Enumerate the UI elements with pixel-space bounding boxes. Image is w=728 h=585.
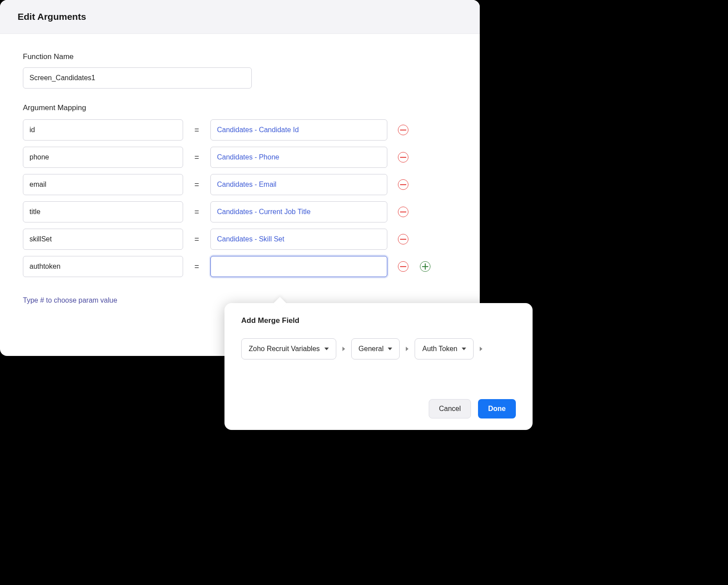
panel-title: Edit Arguments	[18, 11, 462, 22]
mapping-row: =	[23, 201, 457, 222]
merge-select-label: General	[359, 345, 384, 353]
arg-name-input[interactable]	[23, 174, 183, 195]
arg-name-input[interactable]	[23, 201, 183, 222]
remove-row-button[interactable]	[397, 233, 409, 245]
arg-value-input[interactable]	[210, 229, 387, 250]
popover-title: Add Merge Field	[241, 316, 516, 325]
arg-name-input[interactable]	[23, 119, 183, 141]
arg-value-input[interactable]	[210, 174, 387, 195]
remove-row-button[interactable]	[397, 206, 409, 218]
arg-value-input[interactable]	[210, 201, 387, 222]
mapping-row: =	[23, 256, 457, 277]
merge-select-source[interactable]: Zoho Recruit Variables	[241, 338, 336, 359]
minus-icon	[398, 261, 408, 272]
cancel-button[interactable]: Cancel	[429, 399, 471, 418]
arg-value-input[interactable]	[210, 119, 387, 141]
arg-value-input[interactable]	[210, 256, 387, 277]
remove-row-button[interactable]	[397, 260, 409, 273]
minus-icon	[398, 207, 408, 217]
remove-row-button[interactable]	[397, 178, 409, 191]
plus-icon	[420, 261, 430, 272]
merge-field-path: Zoho Recruit Variables General Auth Toke…	[241, 338, 516, 359]
remove-row-button[interactable]	[397, 124, 409, 136]
merge-select-label: Zoho Recruit Variables	[249, 345, 320, 353]
chevron-right-icon	[406, 347, 408, 351]
equals-sign: =	[193, 153, 201, 162]
add-merge-field-popover: Add Merge Field Zoho Recruit Variables G…	[224, 303, 533, 430]
remove-row-button[interactable]	[397, 151, 409, 163]
function-name-label: Function Name	[23, 52, 457, 61]
minus-icon	[398, 234, 408, 244]
function-name-input[interactable]	[23, 67, 252, 89]
equals-sign: =	[193, 207, 201, 217]
mapping-row: =	[23, 174, 457, 195]
panel-body: Function Name Argument Mapping =	[0, 34, 480, 313]
equals-sign: =	[193, 235, 201, 244]
panel-header: Edit Arguments	[0, 0, 480, 34]
minus-icon	[398, 179, 408, 190]
add-row-button[interactable]	[419, 260, 431, 273]
chevron-right-icon	[342, 347, 345, 351]
arg-name-input[interactable]	[23, 147, 183, 168]
merge-select-category[interactable]: General	[351, 338, 400, 359]
minus-icon	[398, 125, 408, 135]
merge-select-field[interactable]: Auth Token	[415, 338, 474, 359]
chevron-down-icon	[462, 348, 466, 350]
mapping-row: =	[23, 147, 457, 168]
chevron-down-icon	[324, 348, 329, 350]
edit-arguments-panel: Edit Arguments Function Name Argument Ma…	[0, 0, 480, 356]
argument-mapping-label: Argument Mapping	[23, 104, 457, 112]
equals-sign: =	[193, 180, 201, 189]
equals-sign: =	[193, 262, 201, 271]
arg-name-input[interactable]	[23, 229, 183, 250]
merge-select-label: Auth Token	[422, 345, 457, 353]
equals-sign: =	[193, 126, 201, 135]
arg-name-input[interactable]	[23, 256, 183, 277]
minus-icon	[398, 152, 408, 163]
mapping-row: =	[23, 229, 457, 250]
chevron-down-icon	[388, 348, 392, 350]
done-button[interactable]: Done	[478, 399, 516, 418]
mapping-row: =	[23, 119, 457, 141]
arg-value-input[interactable]	[210, 147, 387, 168]
chevron-right-icon	[480, 347, 482, 351]
